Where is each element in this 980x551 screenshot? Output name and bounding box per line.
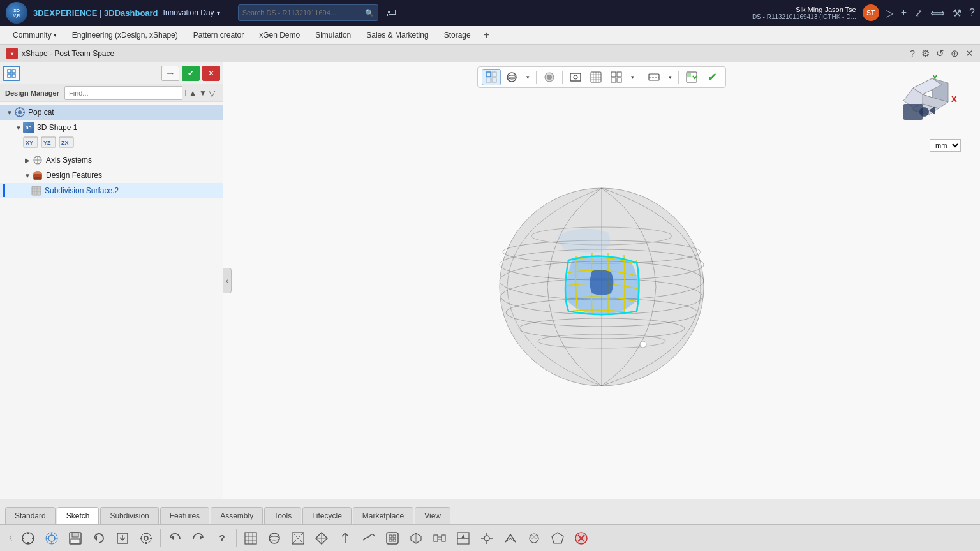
arrow-right-button[interactable]: → [161, 66, 179, 81]
svg-rect-116 [389, 539, 392, 541]
tab-subdivision[interactable]: Subdivision [100, 507, 158, 524]
tree-item-design-features[interactable]: ▼ Design Features [0, 168, 223, 183]
move-tool-button[interactable] [41, 527, 63, 549]
help-tool-button[interactable]: ? [211, 527, 233, 549]
tab-sketch[interactable]: Sketch [57, 507, 100, 524]
mesh-tool-button[interactable] [287, 527, 309, 549]
tab-lifecycle[interactable]: Lifecycle [302, 507, 352, 524]
top-bar-icons: ▷ + ⤢ ⟺ ⚒ ? [886, 7, 975, 19]
axis-toggle[interactable]: ▶ [23, 156, 32, 165]
user-avatar[interactable]: ST [863, 4, 879, 21]
top-bar-right: Sik Ming Jason Tse DS - R1132101169413 (… [752, 4, 975, 21]
tree-item-subdivision[interactable]: Subdivision Surface.2 [0, 183, 223, 198]
tab-standard[interactable]: Standard [5, 507, 56, 524]
3d-viewport-canvas[interactable] [223, 62, 980, 499]
nav-down-icon[interactable]: ▼ [199, 89, 207, 98]
navigate-icon[interactable]: ▷ [886, 7, 893, 19]
tab-tools[interactable]: Tools [264, 507, 301, 524]
tag-icon[interactable]: 🏷 [386, 7, 396, 18]
app-logo[interactable]: 3D V,R [5, 1, 28, 24]
sketch-icon-xy[interactable]: XY [23, 136, 38, 151]
community-icon[interactable]: ⟺ [930, 7, 945, 19]
edit-grid-button[interactable] [3, 66, 20, 81]
ribbon-storage[interactable]: Storage [438, 28, 477, 42]
orientation-cube[interactable]: X Y [897, 69, 961, 133]
ribbon-simulation[interactable]: Simulation [309, 28, 357, 42]
diamond-tool-button[interactable] [311, 527, 332, 549]
ribbon-add-tab[interactable]: + [480, 28, 493, 42]
ribbon-xgen[interactable]: xGen Demo [253, 28, 306, 42]
confirm-button[interactable]: ✔ [182, 66, 200, 81]
tree-item-3dshape1[interactable]: ▼ 3D 3D Shape 1 [0, 120, 223, 135]
sketch-icon-zx[interactable]: ZX [59, 136, 74, 151]
svg-rect-86 [72, 533, 78, 537]
design-manager-search[interactable] [64, 86, 182, 100]
search-icon: 🔍 [365, 9, 374, 17]
subd-tool-button[interactable] [382, 527, 403, 549]
tool14-button[interactable] [547, 527, 568, 549]
unit-selector[interactable]: mm cm m in ft [930, 139, 961, 152]
pop-cat-toggle[interactable]: ▼ [5, 108, 14, 117]
extrude-tool-button[interactable] [405, 527, 427, 549]
add-icon[interactable]: + [901, 7, 907, 18]
search-input[interactable] [242, 9, 362, 17]
viewport[interactable]: ▾ [223, 62, 980, 499]
svg-marker-126 [461, 534, 465, 538]
cut-tool-button[interactable] [452, 527, 474, 549]
cancel-button[interactable]: ✕ [202, 66, 220, 81]
tree-item-axis-systems[interactable]: ▶ Axis Systems [0, 152, 223, 168]
environment-selector[interactable]: Innovation Day ▾ [163, 8, 220, 17]
xshape-icon: x [6, 48, 18, 59]
3dshape-icon: 3D [23, 122, 34, 133]
filter-icon[interactable]: ▽ [207, 86, 218, 100]
tool13-button[interactable] [523, 527, 545, 549]
tab-features[interactable]: Features [160, 507, 209, 524]
svg-point-134 [535, 536, 537, 538]
ribbon-community[interactable]: Community ▾ [6, 28, 63, 42]
share-icon[interactable]: ⤢ [914, 7, 923, 19]
surface-tool-button[interactable] [358, 527, 380, 549]
window-refresh-icon[interactable]: ↺ [936, 48, 944, 59]
weld-tool-button[interactable] [476, 527, 498, 549]
unit-select[interactable]: mm cm m in ft [930, 139, 961, 152]
redo-button[interactable] [188, 527, 209, 549]
grid-tool-button[interactable] [240, 527, 262, 549]
select-tool-button[interactable] [17, 527, 39, 549]
tab-marketplace[interactable]: Marketplace [353, 507, 413, 524]
help-icon[interactable]: ? [969, 7, 975, 18]
refresh-button[interactable] [88, 527, 110, 549]
sketch-icon-yz[interactable]: YZ [41, 136, 56, 151]
nav-up-icon[interactable]: ▲ [189, 89, 197, 98]
window-close-icon[interactable]: ✕ [965, 48, 974, 59]
ribbon-engineering[interactable]: Engineering (xDesign, xShape) [66, 28, 184, 42]
save-button[interactable] [64, 527, 86, 549]
svg-text:XY: XY [26, 140, 33, 146]
search-bar[interactable]: 🔍 [238, 4, 378, 21]
bridge-tool-button[interactable] [429, 527, 450, 549]
delete-tool-button[interactable] [570, 527, 592, 549]
toolbar-arrow-left[interactable]: 〈 [3, 530, 15, 546]
sidebar-collapse-button[interactable]: ‹ [223, 268, 232, 293]
svg-point-62 [640, 341, 646, 348]
tab-assembly[interactable]: Assembly [211, 507, 263, 524]
sphere-tool-button[interactable] [264, 527, 285, 549]
svg-rect-72 [919, 107, 929, 117]
settings-button[interactable] [135, 527, 157, 549]
crease-tool-button[interactable] [500, 527, 521, 549]
svg-rect-87 [71, 539, 80, 543]
design-features-toggle[interactable]: ▼ [23, 171, 32, 180]
arrow-tool-button[interactable] [334, 527, 356, 549]
tools-icon[interactable]: ⚒ [953, 7, 961, 19]
3dshape-toggle[interactable]: ▼ [14, 123, 23, 132]
ribbon-pattern[interactable]: Pattern creator [187, 28, 250, 42]
undo-button[interactable] [164, 527, 186, 549]
tree-item-pop-cat[interactable]: ▼ Pop cat [0, 105, 223, 120]
svg-rect-1 [12, 70, 15, 73]
window-pin-icon[interactable]: ⊕ [951, 48, 959, 59]
window-help-icon[interactable]: ? [910, 48, 915, 59]
ribbon-sales[interactable]: Sales & Marketing [360, 28, 434, 42]
tab-view[interactable]: View [415, 507, 450, 524]
window-settings-icon[interactable]: ⚙ [921, 48, 930, 59]
import-button[interactable] [112, 527, 133, 549]
main-content: → ✔ ✕ Design Manager | ▲ ▼ ▽ ▼ [0, 62, 980, 499]
